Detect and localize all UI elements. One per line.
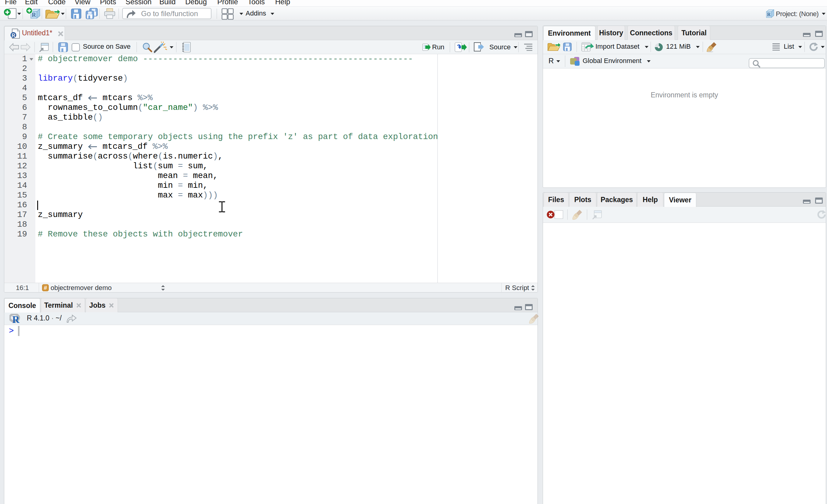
svg-text:R: R bbox=[11, 33, 15, 38]
svg-text:R: R bbox=[767, 11, 771, 17]
svg-text:R: R bbox=[32, 11, 36, 18]
svg-text:R: R bbox=[12, 314, 20, 324]
